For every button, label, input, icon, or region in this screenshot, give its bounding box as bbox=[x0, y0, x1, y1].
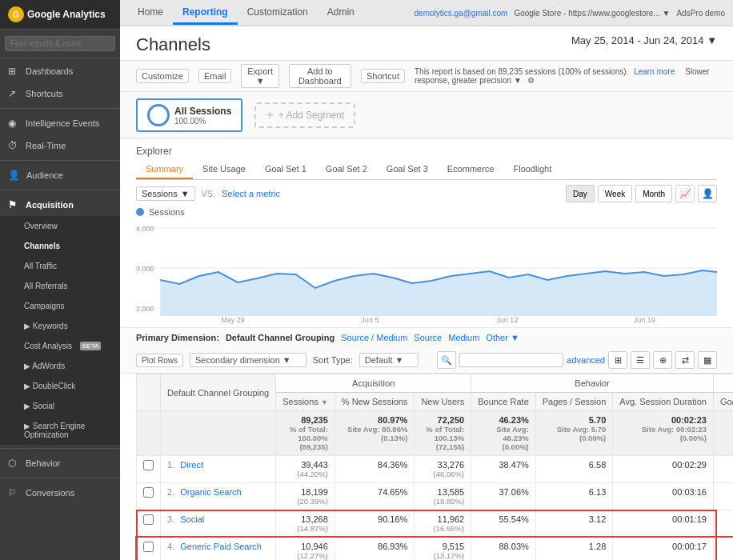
pct-new-sessions-header[interactable]: % New Sessions bbox=[334, 393, 415, 411]
row-checkbox-2[interactable] bbox=[137, 510, 161, 538]
row-checkbox-0[interactable] bbox=[137, 456, 161, 483]
export-button[interactable]: Export ▼ bbox=[241, 64, 278, 88]
sidebar-item-all-traffic[interactable]: All Traffic bbox=[0, 256, 120, 276]
nav-reporting[interactable]: Reporting bbox=[173, 2, 238, 25]
all-referrals-label: All Referrals bbox=[24, 282, 67, 290]
conversions-icon: ⚐ bbox=[8, 487, 19, 498]
filter-search-input[interactable] bbox=[459, 353, 563, 367]
compare-icon[interactable]: ⇄ bbox=[675, 351, 695, 369]
pct-new-cell-2: 90.16% bbox=[334, 510, 415, 538]
line-chart-icon[interactable]: 📈 bbox=[675, 185, 695, 202]
channel-link-1[interactable]: Organic Search bbox=[180, 487, 241, 497]
channel-cell-3: 4. Generic Paid Search bbox=[161, 538, 276, 561]
sidebar-item-dashboards[interactable]: ⊞ Dashboards bbox=[0, 60, 120, 82]
tab-summary[interactable]: Summary bbox=[136, 160, 193, 179]
sidebar-item-acquisition[interactable]: ⚑ Acquisition bbox=[0, 194, 120, 216]
sidebar-item-adwords[interactable]: ▶ AdWords bbox=[0, 356, 120, 376]
channel-link-0[interactable]: Direct bbox=[180, 460, 203, 470]
all-sessions-segment[interactable]: All Sessions 100.00% bbox=[136, 98, 242, 132]
sidebar-item-overview[interactable]: Overview bbox=[0, 216, 120, 236]
goal-conversion-rate-header[interactable]: Goal Conversion Rate bbox=[713, 393, 733, 411]
sidebar-item-intelligence[interactable]: ◉ Intelligence Events bbox=[0, 112, 120, 134]
checkbox-0[interactable] bbox=[143, 460, 154, 470]
sidebar-item-campaigns[interactable]: Campaigns bbox=[0, 296, 120, 316]
legend-label: Sessions bbox=[149, 207, 185, 217]
day-button[interactable]: Day bbox=[566, 185, 595, 202]
new-users-header[interactable]: New Users bbox=[415, 393, 471, 411]
svg-text:Jun 5: Jun 5 bbox=[361, 316, 379, 324]
sidebar-item-audience[interactable]: 👤 Audience bbox=[0, 164, 120, 186]
tab-goal-set-3[interactable]: Goal Set 3 bbox=[377, 160, 438, 179]
default-channel-grouping-link[interactable]: Default Channel Grouping bbox=[226, 333, 334, 342]
search-input[interactable] bbox=[5, 36, 115, 51]
sidebar-logo: G Google Analytics bbox=[8, 6, 106, 22]
plot-rows-button[interactable]: Plot Rows bbox=[136, 354, 183, 367]
bar-chart-icon[interactable]: 👤 bbox=[698, 185, 717, 202]
channel-link-3[interactable]: Generic Paid Search bbox=[180, 542, 262, 551]
search-box[interactable] bbox=[0, 30, 120, 58]
learn-more-link[interactable]: Learn more bbox=[634, 67, 675, 76]
channel-link-2[interactable]: Social bbox=[180, 514, 204, 524]
sidebar-item-all-referrals[interactable]: All Referrals bbox=[0, 276, 120, 296]
nav-home[interactable]: Home bbox=[128, 2, 173, 25]
adwords-label: ▶ AdWords bbox=[24, 362, 65, 370]
email-button[interactable]: Email bbox=[198, 69, 232, 83]
avg-session-duration-header[interactable]: Avg. Session Duration bbox=[613, 393, 714, 411]
sidebar-item-behavior[interactable]: ⬡ Behavior bbox=[0, 452, 120, 474]
sidebar-item-shortcuts[interactable]: ↗ Shortcuts bbox=[0, 82, 120, 105]
add-dashboard-button[interactable]: Add to Dashboard bbox=[289, 64, 351, 88]
customize-button[interactable]: Customize bbox=[136, 69, 189, 83]
sidebar-item-social[interactable]: ▶ Social bbox=[0, 396, 120, 416]
grid-view-icon[interactable]: ⊞ bbox=[608, 351, 627, 369]
nav-admin[interactable]: Admin bbox=[318, 2, 364, 25]
row-checkbox-3[interactable] bbox=[137, 538, 161, 561]
pages-session-header[interactable]: Pages / Session bbox=[535, 393, 613, 411]
secondary-dim-dropdown[interactable]: Secondary dimension ▼ bbox=[190, 353, 306, 367]
week-button[interactable]: Week bbox=[598, 185, 632, 202]
behavior-group-header: Behavior bbox=[471, 374, 714, 393]
bounce-rate-header[interactable]: Bounce Rate bbox=[471, 393, 536, 411]
source-link[interactable]: Source bbox=[414, 333, 442, 342]
nav-customization[interactable]: Customization bbox=[238, 2, 318, 25]
goal-conv-cell-3: 13.54% bbox=[713, 538, 733, 561]
other-link[interactable]: Other ▼ bbox=[486, 333, 519, 342]
sessions-header[interactable]: Sessions ▼ bbox=[276, 393, 335, 411]
table-view-icon[interactable]: ☰ bbox=[631, 351, 650, 369]
add-segment-button[interactable]: + + Add Segment bbox=[254, 102, 355, 128]
pivot-icon[interactable]: ⊕ bbox=[653, 351, 672, 369]
advanced-filter-link[interactable]: advanced bbox=[567, 355, 605, 365]
row-checkbox-1[interactable] bbox=[137, 483, 161, 510]
checkbox-2[interactable] bbox=[143, 514, 154, 525]
all-traffic-label: All Traffic bbox=[24, 262, 57, 270]
metric-selector[interactable]: Sessions ▼ bbox=[136, 186, 195, 201]
shortcut-button[interactable]: Shortcut bbox=[361, 69, 405, 83]
sort-default-dropdown[interactable]: Default ▼ bbox=[359, 353, 419, 367]
sidebar-item-keywords[interactable]: ▶ Keywords bbox=[0, 316, 120, 336]
totals-goal-conv: 47.34% Site Avg: 47.34% (0.00%) bbox=[713, 411, 733, 456]
sidebar-item-seo[interactable]: ▶ Search Engine Optimization bbox=[0, 416, 120, 445]
svg-text:Jun 12: Jun 12 bbox=[496, 316, 518, 324]
property-selector[interactable]: Google Store - https://www.googlestore..… bbox=[514, 9, 670, 18]
source-medium-link[interactable]: Source / Medium bbox=[341, 333, 407, 342]
checkbox-3[interactable] bbox=[143, 542, 154, 552]
tab-goal-set-2[interactable]: Goal Set 2 bbox=[316, 160, 377, 179]
view-selector[interactable]: AdsPro demo bbox=[676, 9, 725, 18]
sidebar-item-realtime[interactable]: ⏱ Real-Time bbox=[0, 134, 120, 157]
account-email[interactable]: demolytics.ga@gmail.com bbox=[415, 9, 508, 18]
tab-goal-set-1[interactable]: Goal Set 1 bbox=[255, 160, 316, 179]
settings-icon[interactable]: ⚙ bbox=[527, 76, 535, 85]
date-range-selector[interactable]: May 25, 2014 - Jun 24, 2014 ▼ bbox=[571, 34, 717, 46]
tab-site-usage[interactable]: Site Usage bbox=[193, 160, 255, 179]
month-button[interactable]: Month bbox=[635, 185, 672, 202]
tab-ecommerce[interactable]: Ecommerce bbox=[438, 160, 504, 179]
select-metric-link[interactable]: Select a metric bbox=[222, 189, 280, 198]
sidebar-item-conversions[interactable]: ⚐ Conversions bbox=[0, 482, 120, 504]
checkbox-1[interactable] bbox=[143, 487, 154, 498]
sessions-cell-2: 13,268 (14.87%) bbox=[276, 510, 335, 538]
medium-link[interactable]: Medium bbox=[448, 333, 479, 342]
chart-table-icon[interactable]: ▦ bbox=[698, 351, 717, 369]
sidebar-item-cost-analysis[interactable]: Cost Analysis BETA bbox=[0, 336, 120, 356]
sidebar-item-doubleclick[interactable]: ▶ DoubleClick bbox=[0, 376, 120, 396]
tab-floodlight[interactable]: Floodlight bbox=[504, 160, 562, 179]
sidebar-item-channels[interactable]: Channels bbox=[0, 236, 120, 256]
